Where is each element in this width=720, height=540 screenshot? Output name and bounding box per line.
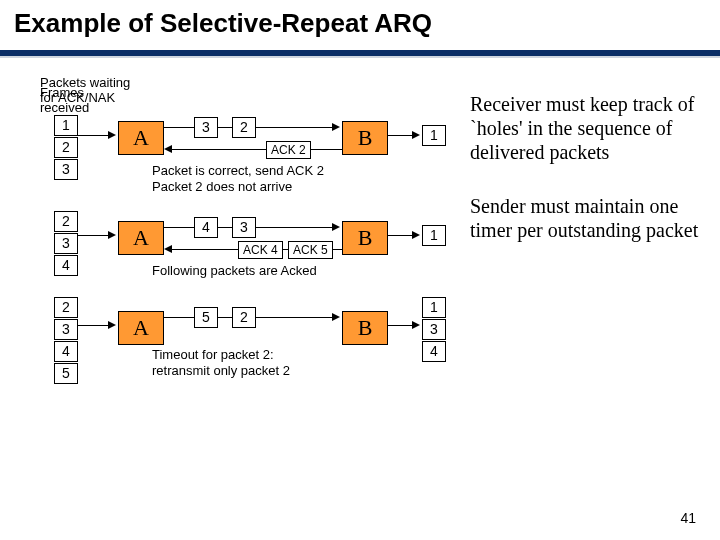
title-underline-shadow: [0, 56, 720, 58]
note-receiver: Receiver must keep track of `holes' in t…: [470, 92, 700, 164]
arrowhead: [412, 321, 420, 329]
queue-b-item: 1: [422, 125, 446, 146]
in-transit-item: 2: [232, 117, 256, 138]
node-a: A: [118, 311, 164, 345]
arrow: [388, 235, 414, 236]
arrow: [78, 325, 110, 326]
arrow: [172, 149, 342, 150]
node-a: A: [118, 221, 164, 255]
in-transit-item: 3: [194, 117, 218, 138]
queue-a-item: 3: [54, 233, 78, 254]
ack-label: ACK 4: [238, 241, 283, 259]
slide: Example of Selective-Repeat ARQ Packets …: [0, 0, 720, 540]
queue-a-item: 2: [54, 137, 78, 158]
node-a: A: [118, 121, 164, 155]
notes-block: Receiver must keep track of `holes' in t…: [470, 92, 700, 272]
row3-caption2: retransmit only packet 2: [152, 363, 290, 378]
queue-a-item: 2: [54, 297, 78, 318]
row1-caption2: Packet 2 does not arrive: [152, 179, 292, 194]
arrowhead: [412, 131, 420, 139]
arq-diagram: Packets waiting for ACK/NAK Frames recei…: [40, 75, 455, 485]
page-number: 41: [680, 510, 696, 526]
node-b: B: [342, 221, 388, 255]
row3-caption1: Timeout for packet 2:: [152, 347, 274, 362]
arrowhead: [412, 231, 420, 239]
arrowhead: [108, 321, 116, 329]
slide-title: Example of Selective-Repeat ARQ: [14, 8, 432, 39]
queue-a-item: 3: [54, 319, 78, 340]
arrowhead: [332, 123, 340, 131]
in-transit-item: 5: [194, 307, 218, 328]
frames-received-label: Frames received: [40, 85, 89, 115]
ack-label: ACK 2: [266, 141, 311, 159]
node-b: B: [342, 121, 388, 155]
arrowhead: [108, 231, 116, 239]
queue-a-item: 5: [54, 363, 78, 384]
arrow: [388, 135, 414, 136]
in-transit-item: 4: [194, 217, 218, 238]
note-sender: Sender must maintain one timer per outst…: [470, 194, 700, 242]
arrowhead: [164, 245, 172, 253]
arrow: [78, 235, 110, 236]
queue-b-item: 1: [422, 225, 446, 246]
arrowhead: [164, 145, 172, 153]
queue-a-item: 4: [54, 341, 78, 362]
arrowhead: [332, 223, 340, 231]
node-b: B: [342, 311, 388, 345]
queue-b-item: 4: [422, 341, 446, 362]
in-transit-item: 2: [232, 307, 256, 328]
queue-a-item: 1: [54, 115, 78, 136]
arrow: [78, 135, 110, 136]
ack-label: ACK 5: [288, 241, 333, 259]
queue-a-item: 3: [54, 159, 78, 180]
queue-a-item: 4: [54, 255, 78, 276]
queue-b-item: 3: [422, 319, 446, 340]
arrow: [388, 325, 414, 326]
arrowhead: [108, 131, 116, 139]
queue-b-item: 1: [422, 297, 446, 318]
in-transit-item: 3: [232, 217, 256, 238]
arrowhead: [332, 313, 340, 321]
row2-caption: Following packets are Acked: [152, 263, 317, 278]
row1-caption1: Packet is correct, send ACK 2: [152, 163, 324, 178]
queue-a-item: 2: [54, 211, 78, 232]
